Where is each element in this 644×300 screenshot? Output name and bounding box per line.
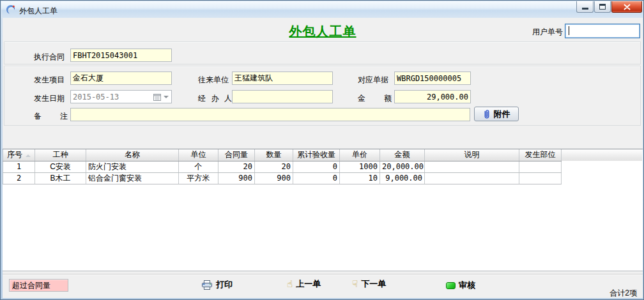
hand-up-icon: ☝ — [287, 280, 293, 289]
attachment-button[interactable]: 附件 — [474, 107, 519, 121]
user-no-input[interactable] — [565, 24, 640, 38]
next-order-button[interactable]: ☟ 下一单 — [352, 278, 386, 290]
cell-unit[interactable]: 个 — [179, 161, 218, 172]
attachment-button-label: 附件 — [494, 109, 510, 120]
col-header-seq[interactable]: 序号 — [3, 149, 35, 161]
paperclip-icon — [483, 109, 491, 119]
cell-note[interactable] — [425, 161, 519, 172]
cell-filler — [562, 172, 643, 184]
next-order-label: 下一单 — [361, 278, 386, 290]
remark-label: 备注 — [34, 111, 68, 122]
col-header-worktype[interactable]: 工种 — [35, 149, 86, 161]
cell-seq[interactable]: 1 — [3, 161, 35, 172]
audit-status-icon — [446, 282, 456, 289]
cell-unit-price[interactable]: 10 — [340, 172, 380, 184]
calendar-icon — [153, 93, 161, 101]
hand-down-icon: ☟ — [352, 280, 358, 289]
cell-worktype[interactable]: C安装 — [35, 161, 86, 172]
dropdown-arrow-icon[interactable] — [164, 96, 169, 98]
exec-contract-input[interactable] — [70, 49, 172, 62]
cell-name[interactable]: 铝合金门窗安装 — [86, 172, 179, 184]
cell-contract-qty[interactable]: 20 — [218, 161, 255, 172]
handler-label: 经办人 — [198, 93, 232, 104]
exec-contract-label: 执行合同 — [34, 52, 65, 63]
cell-accepted-qty[interactable]: 0 — [293, 172, 340, 184]
cell-amount[interactable]: 9,000.00 — [380, 172, 425, 184]
occur-date-value: 2015-05-13 — [71, 93, 153, 101]
cell-filler — [562, 161, 643, 172]
audit-button-label: 审核 — [459, 280, 475, 291]
col-header-location[interactable]: 发生部位 — [519, 149, 562, 161]
cell-contract-qty[interactable]: 900 — [218, 172, 255, 184]
project-input[interactable] — [70, 71, 172, 85]
cell-name[interactable]: 防火门安装 — [86, 161, 179, 172]
titlebar[interactable]: 外包人工单 — [1, 1, 643, 18]
minimize-button[interactable] — [576, 1, 594, 13]
app-logo-icon — [6, 4, 16, 15]
app-window: 外包人工单 外包人工单 用户单号 执行合同 发生项目 往来单位 对应单据 发生日… — [0, 0, 644, 300]
counterparty-input[interactable] — [232, 71, 333, 85]
col-header-note[interactable]: 说明 — [425, 149, 519, 161]
amount-input[interactable] — [394, 90, 471, 103]
maximize-button[interactable] — [594, 1, 611, 13]
cell-seq[interactable]: 2 — [3, 172, 35, 184]
detail-grid: 序号 工种 名称 单位 合同量 数量 累计验收量 单价 金额 说明 发生部位 1 — [3, 149, 643, 271]
col-header-qty[interactable]: 数量 — [255, 149, 293, 161]
col-header-contract-qty[interactable]: 合同量 — [218, 149, 255, 161]
col-header-amount[interactable]: 金额 — [380, 149, 425, 161]
cell-accepted-qty[interactable]: 0 — [293, 161, 340, 172]
grid-header-row: 序号 工种 名称 单位 合同量 数量 累计验收量 单价 金额 说明 发生部位 — [3, 149, 643, 161]
print-button[interactable]: 打印 — [202, 279, 233, 290]
previous-order-label: 上一单 — [296, 278, 321, 290]
ref-doc-input[interactable] — [394, 71, 471, 85]
handler-input[interactable] — [232, 90, 333, 103]
col-header-name[interactable]: 名称 — [86, 149, 179, 161]
cell-location[interactable] — [519, 161, 562, 172]
text-caret — [569, 26, 569, 35]
col-header-unit-price[interactable]: 单价 — [340, 149, 380, 161]
cell-unit[interactable]: 平方米 — [179, 172, 218, 184]
maximize-icon — [599, 4, 606, 10]
cell-qty[interactable]: 20 — [255, 161, 293, 172]
amount-label: 金额 — [358, 93, 392, 104]
window-title: 外包人工单 — [19, 6, 57, 17]
cell-qty[interactable]: 900 — [255, 172, 293, 184]
cell-amount[interactable]: 20,000.00 — [380, 161, 425, 172]
project-label: 发生项目 — [34, 75, 65, 86]
col-header-filler — [562, 149, 643, 161]
cell-note[interactable] — [425, 172, 519, 184]
previous-order-button[interactable]: ☝ 上一单 — [287, 278, 321, 290]
close-button[interactable] — [611, 1, 642, 13]
total-count-label: 合计2项 — [610, 288, 637, 299]
printer-icon — [202, 280, 213, 290]
table-row[interactable]: 2 B木工 铝合金门窗安装 平方米 900 900 0 10 9,000.00 — [3, 172, 643, 184]
col-header-accepted-qty[interactable]: 累计验收量 — [293, 149, 340, 161]
remark-input[interactable] — [70, 108, 470, 121]
status-badge: 超过合同量 — [9, 279, 68, 292]
audit-button[interactable]: 审核 — [446, 280, 475, 291]
col-header-unit[interactable]: 单位 — [179, 149, 218, 161]
minimize-icon — [582, 8, 588, 10]
ref-doc-label: 对应单据 — [358, 75, 388, 86]
occur-date-picker[interactable]: 2015-05-13 — [70, 90, 172, 103]
counterparty-label: 往来单位 — [198, 75, 229, 86]
print-button-label: 打印 — [216, 279, 233, 290]
footer-divider — [3, 274, 643, 275]
occur-date-label: 发生日期 — [34, 93, 65, 104]
user-no-label: 用户单号 — [532, 27, 563, 38]
sort-asc-icon — [26, 154, 31, 157]
table-row[interactable]: 1 C安装 防火门安装 个 20 20 0 1000 20,000.00 — [3, 161, 643, 172]
cell-worktype[interactable]: B木工 — [35, 172, 86, 184]
cell-location[interactable] — [519, 172, 562, 184]
close-icon — [624, 4, 631, 10]
cell-unit-price[interactable]: 1000 — [340, 161, 380, 172]
